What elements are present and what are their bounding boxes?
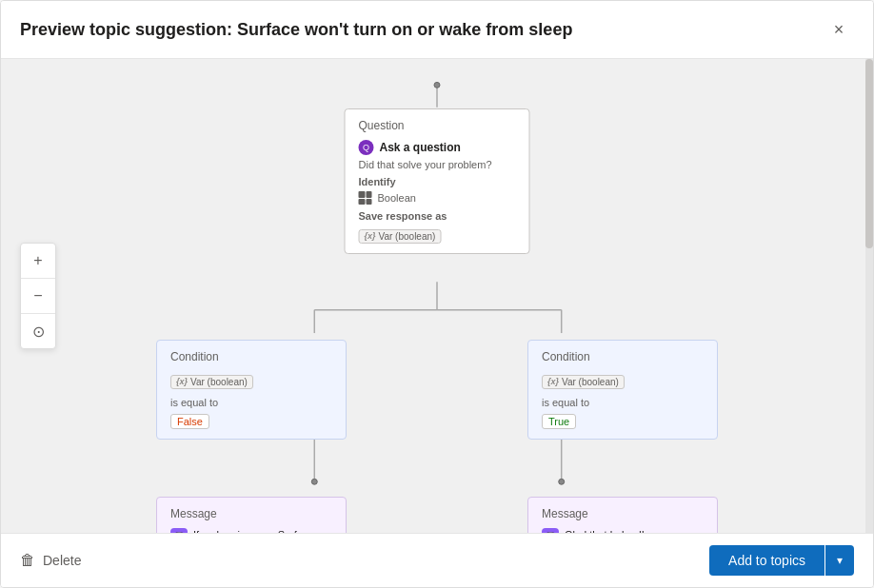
- condition-right-header: Condition: [542, 350, 704, 363]
- svg-point-8: [311, 479, 317, 484]
- save-label: Save response as: [359, 210, 516, 222]
- var-x-icon-right: {x}: [547, 377, 559, 386]
- identify-label: Identify: [359, 176, 516, 187]
- close-button[interactable]: ×: [824, 14, 854, 45]
- identify-type: Boolean: [378, 192, 416, 204]
- dialog-title: Preview topic suggestion: Surface won't …: [20, 20, 572, 40]
- message-left-text-line1: If recharging your Surface didn't wake i…: [193, 528, 332, 533]
- var-x-icon-left: {x}: [176, 377, 188, 386]
- message-right-icon: 💬: [542, 528, 559, 533]
- add-to-topics-button[interactable]: Add to topics: [709, 545, 824, 576]
- message-left-header: Message: [170, 507, 332, 520]
- preview-dialog: Preview topic suggestion: Surface won't …: [0, 0, 874, 588]
- condition-right-var-label: Var (boolean): [562, 377, 619, 387]
- zoom-in-button[interactable]: +: [21, 244, 55, 278]
- message-right-content: 💬 Glad that helped!: [542, 528, 704, 533]
- question-node: Question Q Ask a question Did that solve…: [345, 108, 530, 254]
- question-header: Question: [359, 119, 516, 132]
- add-to-topics-group: Add to topics ▾: [709, 545, 854, 576]
- svg-point-10: [559, 479, 565, 484]
- condition-left-value: False: [170, 414, 209, 429]
- message-left-text: If recharging your Surface didn't wake i…: [193, 528, 332, 533]
- condition-left-var-label: Var (boolean): [190, 377, 248, 387]
- delete-label: Delete: [43, 553, 81, 568]
- zoom-out-button[interactable]: −: [21, 279, 55, 313]
- message-left-node: Message 💬 If recharging your Surface did…: [156, 497, 347, 533]
- var-badge: {x} Var (boolean): [359, 229, 442, 244]
- dialog-header: Preview topic suggestion: Surface won't …: [1, 1, 873, 59]
- scrollbar[interactable]: [865, 59, 873, 533]
- zoom-fit-button[interactable]: ⊙: [21, 314, 55, 348]
- condition-left-var: {x} Var (boolean): [170, 375, 253, 389]
- condition-right-var: {x} Var (boolean): [542, 375, 625, 389]
- condition-left-node: Condition {x} Var (boolean) is equal to …: [156, 340, 347, 440]
- condition-left-equals: is equal to: [170, 397, 332, 408]
- condition-right-equals: is equal to: [542, 397, 704, 408]
- delete-button[interactable]: 🗑 Delete: [20, 552, 81, 569]
- var-x-icon: {x}: [365, 231, 376, 241]
- add-to-topics-dropdown-button[interactable]: ▾: [825, 545, 854, 576]
- dialog-footer: 🗑 Delete Add to topics ▾: [1, 533, 873, 587]
- boolean-row: Boolean: [359, 191, 516, 205]
- message-left-content: 💬 If recharging your Surface didn't wake…: [170, 528, 332, 533]
- ask-label: Ask a question: [380, 141, 461, 154]
- ask-icon: Q: [359, 140, 374, 155]
- message-left-icon: 💬: [170, 528, 188, 533]
- dialog-body: Question Q Ask a question Did that solve…: [1, 59, 873, 533]
- svg-point-1: [434, 82, 440, 88]
- var-label: Var (boolean): [379, 231, 436, 242]
- condition-right-node: Condition {x} Var (boolean) is equal to …: [527, 340, 718, 440]
- message-right-node: Message 💬 Glad that helped!: [527, 497, 718, 533]
- message-right-text: Glad that helped!: [565, 528, 645, 533]
- condition-right-value: True: [542, 414, 576, 429]
- scrollbar-thumb[interactable]: [865, 59, 873, 248]
- zoom-controls: + − ⊙: [20, 243, 56, 349]
- message-right-header: Message: [542, 507, 704, 520]
- condition-left-header: Condition: [170, 350, 332, 363]
- question-body-text: Did that solve your problem?: [359, 159, 516, 170]
- grid-icon: [359, 191, 372, 205]
- delete-icon: 🗑: [20, 552, 35, 569]
- ask-question-row: Q Ask a question: [359, 140, 516, 155]
